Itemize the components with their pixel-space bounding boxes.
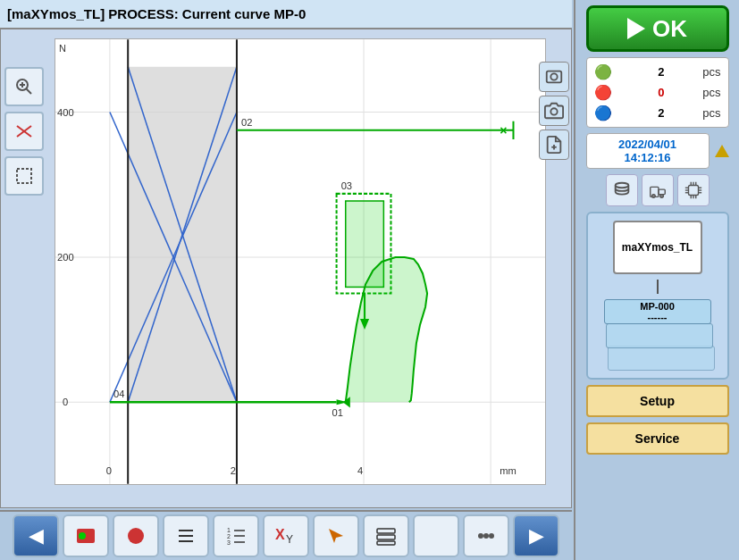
svg-text:0: 0 (63, 397, 68, 407)
page-title: [maXYmos_TL] PROCESS: Current curve MP-0 (7, 6, 306, 21)
empty-button[interactable] (413, 514, 459, 557)
list-button[interactable] (163, 514, 209, 557)
right-icons-row (606, 174, 710, 206)
number-list-button[interactable]: 1 2 3 (213, 514, 259, 557)
setup-label: Setup (640, 394, 675, 408)
service-label: Service (635, 431, 680, 446)
chip-button[interactable] (677, 174, 710, 206)
svg-text:X: X (275, 527, 285, 542)
svg-point-43 (550, 73, 557, 79)
side-toolbar (4, 67, 47, 196)
svg-point-66 (489, 533, 494, 539)
svg-point-49 (128, 528, 144, 544)
svg-text:0: 0 (106, 465, 112, 476)
bad-unit: pcs (702, 86, 720, 99)
back-button[interactable]: ◀ (13, 514, 59, 557)
datetime-row: 2022/04/01 14:12:16 (586, 133, 729, 169)
svg-point-70 (651, 195, 655, 198)
title-bar: [maXYmos_TL] PROCESS: Current curve MP-0 (0, 0, 572, 29)
svg-text:mm: mm (500, 465, 516, 476)
select-button[interactable] (4, 156, 44, 196)
bad-stat-row: 🔴 0 pcs (594, 84, 721, 101)
camera-button[interactable] (539, 96, 569, 126)
ok-button[interactable]: OK (586, 5, 729, 52)
device-panel: maXYmos_TL MP-000 ------ (586, 212, 729, 380)
svg-rect-69 (658, 189, 664, 195)
service-button[interactable]: Service (586, 422, 729, 455)
mp-name: MP-000 (640, 301, 675, 312)
mp-sub: ------ (648, 312, 668, 322)
svg-rect-6 (17, 169, 31, 183)
svg-text:×: × (500, 123, 507, 138)
svg-text:03: 03 (341, 180, 352, 191)
warning-stat-row: 🔵 2 pcs (594, 104, 721, 121)
svg-text:2: 2 (231, 465, 236, 476)
svg-text:200: 200 (57, 252, 74, 263)
svg-text:4: 4 (357, 465, 363, 476)
good-icon: 🟢 (594, 63, 612, 80)
svg-point-67 (615, 183, 628, 188)
svg-rect-63 (377, 541, 395, 545)
mp-stack: MP-000 ------ (600, 299, 715, 371)
good-stat-row: 🟢 2 pcs (594, 63, 721, 80)
ok-label: OK (652, 15, 687, 43)
stats-panel: 🟢 2 pcs 🔴 0 pcs 🔵 2 pcs (586, 57, 729, 128)
forward-button[interactable]: ▶ (513, 514, 559, 557)
svg-point-65 (483, 533, 489, 539)
svg-text:04: 04 (113, 389, 124, 399)
svg-text:2: 2 (227, 533, 231, 539)
device-name: maXYmos_TL (622, 241, 693, 254)
svg-rect-72 (688, 186, 698, 196)
date-label: 2022/04/01 (618, 138, 676, 151)
image-button[interactable] (539, 62, 569, 92)
chart-side-icons (535, 58, 573, 163)
svg-text:400: 400 (57, 107, 74, 118)
setup-button[interactable]: Setup (586, 385, 729, 417)
machine-button[interactable] (642, 174, 674, 206)
svg-point-64 (478, 533, 483, 539)
mp-card-bot (608, 346, 715, 371)
svg-text:Y: Y (286, 533, 293, 546)
dots-button[interactable] (463, 514, 509, 557)
svg-point-71 (659, 195, 663, 198)
time-label: 14:12:16 (624, 151, 670, 164)
mp-card-mid (606, 323, 713, 348)
svg-point-48 (79, 532, 86, 539)
export-button[interactable] (539, 130, 569, 160)
svg-text:01: 01 (332, 407, 343, 418)
good-count: 2 (646, 65, 664, 79)
play-icon (627, 18, 645, 39)
chart-container: N 04 (0, 29, 572, 508)
layer-button[interactable] (363, 514, 409, 557)
settings-button[interactable] (4, 112, 44, 151)
svg-line-1 (26, 88, 31, 94)
bad-icon: 🔴 (594, 84, 612, 101)
record-button[interactable] (113, 514, 159, 557)
alert-triangle-icon (715, 145, 729, 157)
connector-line (657, 280, 659, 294)
database-button[interactable] (606, 174, 638, 206)
xy-button[interactable]: X Y (263, 514, 309, 557)
datetime-panel: 2022/04/01 14:12:16 (586, 133, 710, 169)
right-panel: OK 🟢 2 pcs 🔴 0 pcs 🔵 2 pcs 2022/04/01 14… (574, 0, 739, 560)
svg-text:1: 1 (227, 527, 231, 533)
device-name-box: maXYmos_TL (613, 221, 702, 274)
svg-text:02: 02 (241, 117, 252, 128)
cursor-button[interactable] (313, 514, 359, 557)
zoom-button[interactable] (4, 67, 44, 106)
chart-area: N 04 (55, 38, 546, 485)
warning-icon: 🔵 (594, 104, 612, 121)
svg-point-44 (550, 108, 557, 114)
warning-unit: pcs (702, 106, 720, 120)
svg-rect-61 (377, 529, 395, 533)
warning-count: 2 (646, 106, 664, 120)
bottom-toolbar: ◀ 1 2 3 X Y (0, 510, 572, 560)
good-unit: pcs (702, 65, 720, 79)
mp-card-top: MP-000 ------ (604, 299, 711, 324)
bad-count: 0 (646, 86, 664, 99)
flag-button[interactable] (63, 514, 109, 557)
svg-text:3: 3 (227, 539, 231, 546)
svg-rect-62 (377, 535, 395, 539)
alert-container (715, 145, 729, 157)
